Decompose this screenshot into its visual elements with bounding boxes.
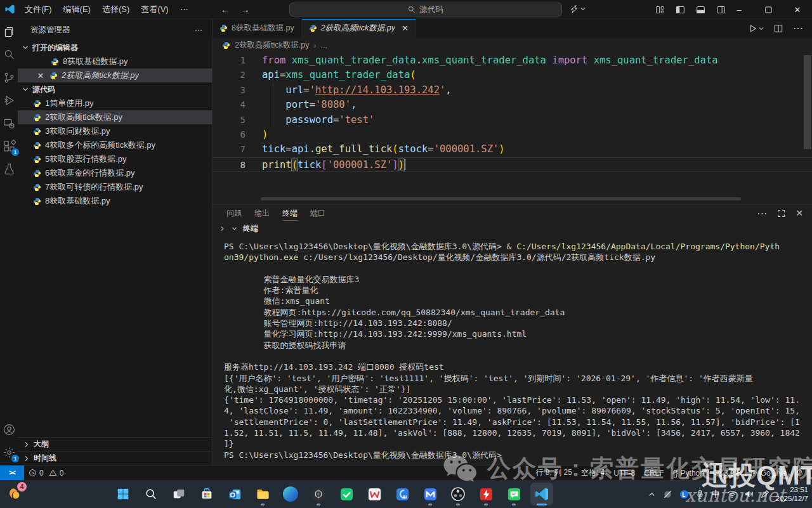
settings-gear-icon[interactable]: 1 — [1, 445, 16, 460]
game-app-icon[interactable] — [307, 483, 330, 505]
go-live[interactable]: Go Live — [745, 469, 791, 478]
minimap[interactable] — [747, 56, 802, 78]
source-control-icon[interactable] — [1, 70, 16, 85]
language-mode[interactable]: {}Python — [669, 469, 709, 478]
widgets-icon[interactable]: 4 — [4, 483, 27, 506]
tray-night-icon[interactable] — [663, 490, 672, 499]
file-item[interactable]: 1简单使用.py — [18, 96, 212, 110]
copilot-icon[interactable] — [569, 4, 586, 14]
task-view-icon[interactable] — [167, 483, 190, 505]
breadcrumb[interactable]: 2获取高频tick数据.py › ... — [213, 37, 812, 53]
editor-more-actions-icon[interactable]: ⋯ — [793, 22, 803, 34]
file-item[interactable]: 6获取基金的行情数据.py — [18, 166, 212, 180]
terminal-output[interactable]: PS C:\Users\lxg123456\Desktop\量化视频\金融数据库… — [213, 235, 812, 465]
file-item[interactable]: 4获取多个标的高频tick数据.py — [18, 138, 212, 152]
ime-indicator[interactable]: 中 — [711, 488, 720, 500]
back-arrow-icon[interactable]: ← — [221, 4, 230, 15]
microsoft-store-icon[interactable] — [195, 483, 218, 505]
start-button[interactable] — [112, 483, 134, 505]
problems-status[interactable]: 0 0 — [24, 466, 68, 480]
panel-tab[interactable]: 输出 — [248, 205, 276, 221]
testing-icon[interactable] — [1, 161, 16, 176]
run-python-file-button[interactable] — [749, 24, 764, 33]
editor-scrollbar[interactable] — [804, 55, 811, 149]
search-sidebar-icon[interactable] — [1, 47, 16, 62]
bolt-app-icon[interactable] — [475, 483, 497, 505]
panel-more-actions-icon[interactable]: ⋯ — [757, 207, 767, 219]
file-item[interactable]: 7获取可转债的行情数据.py — [18, 180, 212, 194]
code-line[interactable]: 6) — [213, 127, 812, 142]
menu-item[interactable]: 选择(S) — [96, 3, 135, 16]
code-line[interactable]: 3 url='http://14.103.193.242', — [213, 83, 812, 98]
open-editor-item[interactable]: ✕2获取高频tick数据.py — [18, 68, 212, 82]
timeline-section[interactable]: 时间线 — [18, 451, 212, 465]
extensions-icon[interactable]: 1 — [1, 138, 16, 153]
obs-icon[interactable] — [447, 483, 469, 505]
edge-icon[interactable] — [279, 483, 302, 505]
minimize-button[interactable]: – — [724, 0, 754, 19]
tray-microphone-icon[interactable] — [696, 490, 704, 499]
menu-item[interactable]: 查看(V) — [135, 3, 174, 16]
menu-item[interactable]: 编辑(E) — [58, 3, 96, 16]
vscode-taskbar-icon[interactable] — [530, 483, 553, 505]
taskbar-search-icon[interactable] — [140, 483, 162, 505]
code-line[interactable]: 8print(tick['000001.SZ']) — [213, 157, 812, 172]
file-item[interactable]: 8获取基础数据.py — [18, 194, 212, 208]
remote-indicator[interactable]: >< — [0, 466, 24, 480]
file-item[interactable]: 5获取股票行情数据.py — [18, 152, 212, 166]
code-line[interactable]: 7tick=api.get_full_tick(stock='000001.SZ… — [213, 142, 812, 157]
code-line[interactable]: 4 port='8080', — [213, 98, 812, 112]
volume-icon[interactable] — [744, 490, 754, 498]
edge-ai-icon[interactable]: AI — [391, 483, 414, 505]
chat-app-icon[interactable] — [502, 483, 525, 505]
maximize-button[interactable] — [754, 0, 783, 19]
outlook-icon[interactable] — [223, 483, 246, 505]
wifi-icon[interactable] — [727, 490, 737, 498]
split-editor-icon[interactable] — [774, 24, 783, 33]
command-center[interactable]: 源代码 — [289, 3, 562, 16]
code-line[interactable]: 5 password='test' — [213, 113, 812, 127]
account-icon[interactable] — [1, 422, 16, 437]
close-button[interactable]: ✕ — [783, 0, 812, 19]
cursor-position[interactable]: 行 8, 列 25 — [532, 467, 577, 478]
open-editor-item[interactable]: 8获取基础数据.py — [18, 55, 212, 68]
file-item[interactable]: 3获取问财数据.py — [18, 124, 212, 138]
terminal-dropdown-icon[interactable] — [231, 225, 238, 232]
panel-breadcrumb-chevron-icon[interactable] — [219, 225, 226, 232]
notifications-bell-icon[interactable] — [791, 469, 808, 477]
panel-tab[interactable]: 端口 — [304, 205, 332, 221]
sidebar-more-actions-icon[interactable]: ⋯ — [195, 25, 204, 35]
eol-sequence[interactable]: CRLF — [639, 469, 668, 478]
editor-tab[interactable]: 2获取高频tick数据.py✕ — [302, 19, 416, 37]
panel-tab[interactable]: 终端 — [276, 205, 304, 221]
editor-tab[interactable]: 8获取基础数据.py — [213, 19, 302, 37]
menu-item[interactable]: ⋯ — [174, 3, 194, 16]
code-line[interactable]: 1from xms_quant_trader_data.xms_quant_tr… — [213, 53, 812, 68]
encoding[interactable]: UTF-8 — [609, 469, 639, 478]
taskbar-clock[interactable]: 23:51 2025/12/7 — [776, 485, 808, 503]
editor-horizontal-scrollbar[interactable] — [261, 197, 741, 200]
explorer-icon[interactable] — [1, 24, 16, 39]
tab-close-icon[interactable]: ✕ — [402, 23, 409, 33]
forward-arrow-icon[interactable]: → — [240, 4, 250, 15]
panel-tab[interactable]: 问题 — [220, 205, 248, 221]
tray-chevron-up-icon[interactable] — [648, 490, 656, 498]
tray-shield-icon[interactable] — [679, 490, 689, 499]
folder-header[interactable]: 源代码 — [18, 82, 212, 96]
wps-office-icon[interactable] — [363, 483, 386, 505]
green-app-icon[interactable] — [335, 483, 358, 505]
toggle-panel-icon[interactable] — [696, 5, 705, 15]
menu-item[interactable]: 文件(F) — [19, 3, 58, 16]
panel-close-icon[interactable]: ✕ — [796, 208, 803, 218]
code-line[interactable]: 2api=xms_quant_trader_data( — [213, 68, 812, 82]
python-interpreter[interactable]: 3.9.5 — [709, 469, 745, 478]
outline-section[interactable]: 大纲 — [18, 437, 212, 451]
toggle-sidebar-icon[interactable] — [676, 5, 685, 15]
panel-maximize-icon[interactable] — [777, 209, 785, 218]
file-explorer-icon[interactable] — [251, 483, 274, 505]
pen-icon[interactable] — [761, 490, 769, 498]
customize-layout-icon[interactable] — [655, 5, 665, 15]
indentation[interactable]: 空格: 4 — [577, 467, 609, 478]
file-item[interactable]: 2获取高频tick数据.py — [18, 110, 212, 124]
vscode-logo-icon[interactable] — [4, 4, 15, 15]
